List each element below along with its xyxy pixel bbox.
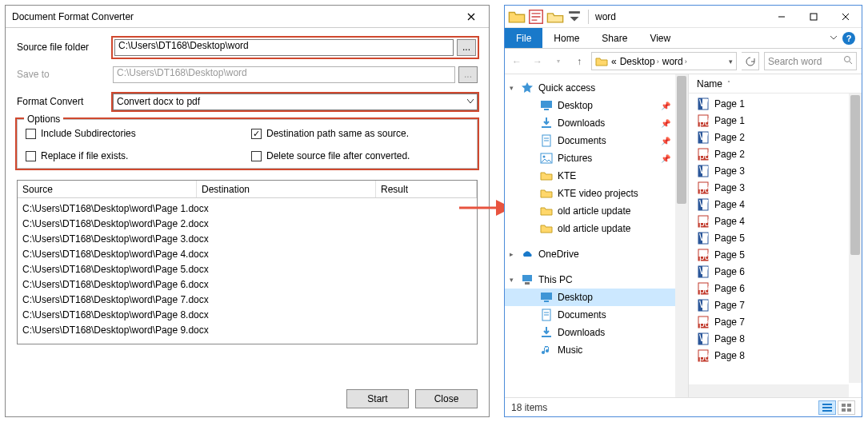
file-item[interactable]: pdfPage 8 <box>689 347 862 364</box>
svg-rect-17 <box>525 282 530 285</box>
svg-rect-73 <box>822 407 832 408</box>
nav-item[interactable]: ▾This PC <box>505 271 688 289</box>
list-item[interactable]: C:\Users\DT168\Desktop\word\Page 3.docx <box>18 232 477 247</box>
svg-rect-19 <box>544 301 549 302</box>
back-button[interactable]: ← <box>510 54 524 69</box>
file-item[interactable]: WPage 1 <box>689 95 862 112</box>
nav-item[interactable]: ▸OneDrive <box>505 245 688 263</box>
list-item[interactable]: C:\Users\DT168\Desktop\word\Page 8.docx <box>18 308 477 323</box>
file-item[interactable]: WPage 8 <box>689 330 862 347</box>
icons-view-button[interactable] <box>838 400 855 415</box>
search-input[interactable]: Search word <box>764 52 857 70</box>
file-item[interactable]: pdfPage 3 <box>689 179 862 196</box>
nav-item[interactable]: old article update <box>505 220 688 237</box>
file-item[interactable]: WPage 5 <box>689 229 862 246</box>
col-destination-header[interactable]: Destination <box>197 181 376 197</box>
nav-item[interactable]: Pictures📌 <box>505 149 688 167</box>
maximize-button[interactable] <box>798 6 830 27</box>
nav-item[interactable]: old article update <box>505 202 688 220</box>
close-button[interactable]: Close <box>415 389 478 408</box>
nav-item[interactable]: Downloads📌 <box>505 114 688 132</box>
list-item[interactable]: C:\Users\DT168\Desktop\word\Page 2.docx <box>18 217 477 232</box>
nav-item[interactable]: ▾Quick access <box>505 79 688 97</box>
save-to-label: Save to <box>17 69 113 80</box>
file-item[interactable]: pdfPage 5 <box>689 246 862 263</box>
close-button[interactable] <box>830 6 862 27</box>
details-view-button[interactable] <box>818 400 836 415</box>
help-icon[interactable]: ? <box>842 32 855 45</box>
close-icon[interactable] <box>460 9 482 25</box>
delete-after-convert-checkbox[interactable]: Delete source file after converted. <box>251 150 469 161</box>
list-item[interactable]: C:\Users\DT168\Desktop\word\Page 9.docx <box>18 323 477 338</box>
source-folder-input[interactable]: C:\Users\DT168\Desktop\word <box>114 39 454 56</box>
minimize-button[interactable] <box>766 6 798 27</box>
navigation-pane: ▾Quick accessDesktop📌Downloads📌Documents… <box>505 74 689 397</box>
nav-item[interactable]: Music <box>505 341 688 359</box>
include-subdirs-checkbox[interactable]: Include Subdirectories <box>26 128 243 139</box>
format-convert-select[interactable]: Convert docx to pdf <box>113 94 478 110</box>
list-item[interactable]: C:\Users\DT168\Desktop\word\Page 7.docx <box>18 293 477 308</box>
start-button[interactable]: Start <box>346 389 409 408</box>
svg-rect-8 <box>541 101 552 108</box>
file-item[interactable]: WPage 6 <box>689 263 862 280</box>
chevron-down-icon[interactable]: ▾ <box>729 58 733 66</box>
refresh-button[interactable] <box>742 52 759 70</box>
dest-same-as-source-checkbox[interactable]: Destination path same as source. <box>251 128 469 139</box>
svg-text:W: W <box>699 165 709 176</box>
nav-item[interactable]: Desktop📌 <box>505 97 688 114</box>
properties-icon[interactable] <box>527 8 545 26</box>
list-item[interactable]: C:\Users\DT168\Desktop\word\Page 1.docx <box>18 201 477 217</box>
nav-item[interactable]: KTE video projects <box>505 185 688 202</box>
svg-line-7 <box>850 62 852 64</box>
browse-source-button[interactable]: ... <box>457 39 476 56</box>
docx-file-icon: W <box>697 131 710 144</box>
nav-item[interactable]: Documents📌 <box>505 132 688 149</box>
checkbox-icon <box>26 151 36 161</box>
docx-file-icon: W <box>697 265 710 278</box>
qat-dropdown-icon[interactable] <box>566 8 583 26</box>
forward-button[interactable]: → <box>530 54 545 69</box>
file-item[interactable]: WPage 7 <box>689 297 862 313</box>
list-item[interactable]: C:\Users\DT168\Desktop\word\Page 5.docx <box>18 262 477 277</box>
nav-item[interactable]: KTE <box>505 167 688 185</box>
svg-text:pdf: pdf <box>699 251 710 261</box>
scrollbar[interactable] <box>849 94 862 383</box>
status-text: 18 items <box>511 402 818 413</box>
list-item[interactable]: C:\Users\DT168\Desktop\word\Page 6.docx <box>18 277 477 293</box>
col-name-header[interactable]: Name ˄ <box>697 78 730 90</box>
tab-file[interactable]: File <box>505 28 542 48</box>
folder-icon <box>540 205 553 217</box>
tab-share[interactable]: Share <box>590 28 638 48</box>
col-source-header[interactable]: Source <box>18 181 197 197</box>
pdf-file-icon: pdf <box>697 181 710 194</box>
file-item[interactable]: pdfPage 4 <box>689 213 862 229</box>
dialog-title: Document Format Converter <box>12 11 460 22</box>
source-folder-label: Source file folder <box>17 42 113 53</box>
nav-item[interactable]: Desktop <box>505 289 688 306</box>
nav-item[interactable]: Downloads <box>505 324 688 341</box>
breadcrumb[interactable]: « Desktop› word› ▾ <box>591 52 737 70</box>
file-item[interactable]: pdfPage 2 <box>689 145 862 162</box>
folder-icon <box>595 55 608 68</box>
ribbon-expand-icon[interactable] <box>830 33 838 44</box>
docx-file-icon: W <box>697 165 710 177</box>
nav-item[interactable]: Documents <box>505 306 688 324</box>
list-item[interactable]: C:\Users\DT168\Desktop\word\Page 4.docx <box>18 247 477 262</box>
file-item[interactable]: WPage 2 <box>689 129 862 145</box>
file-item[interactable]: pdfPage 6 <box>689 280 862 297</box>
scrollbar-horizontal[interactable] <box>689 384 849 397</box>
file-item[interactable]: WPage 4 <box>689 196 862 213</box>
scrollbar[interactable] <box>675 74 688 397</box>
file-item[interactable]: pdfPage 7 <box>689 313 862 330</box>
replace-if-exists-checkbox[interactable]: Replace if file exists. <box>26 150 243 161</box>
svg-text:W: W <box>699 98 709 109</box>
tab-home[interactable]: Home <box>542 28 590 48</box>
svg-rect-72 <box>822 404 832 405</box>
up-button[interactable]: ↑ <box>572 54 586 69</box>
checkbox-icon <box>26 129 36 139</box>
file-item[interactable]: WPage 3 <box>689 162 862 179</box>
recent-dropdown-icon[interactable]: ▾ <box>551 54 566 69</box>
new-folder-icon[interactable] <box>546 8 564 26</box>
tab-view[interactable]: View <box>638 28 682 48</box>
file-item[interactable]: pdfPage 1 <box>689 112 862 129</box>
